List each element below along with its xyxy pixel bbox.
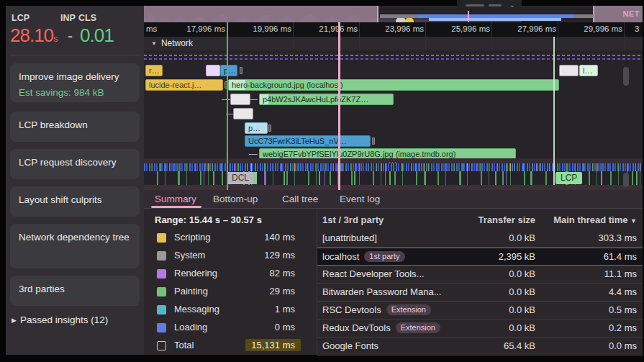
- details-tabbar: Summary Bottom-up Call tree Event log: [144, 190, 643, 209]
- dcl-marker-badge[interactable]: DCL: [227, 172, 257, 184]
- col-main-thread-time[interactable]: Main thread time ▼: [553, 214, 637, 225]
- network-request-bar[interactable]: [559, 65, 579, 76]
- painting-swatch-icon: [157, 287, 166, 297]
- network-track-title: Network: [161, 38, 193, 48]
- minimap-network-blue-light: [429, 18, 561, 21]
- tab-call-tree[interactable]: Call tree: [282, 194, 318, 204]
- network-request-bar[interactable]: lucide-react.j…: [145, 79, 223, 91]
- tab-summary[interactable]: Summary: [155, 194, 196, 204]
- marker-line-pink: [338, 22, 340, 190]
- table-row[interactable]: Bitwarden Password Mana... 0.0 kB 4.4 ms: [317, 284, 643, 302]
- ruler-tick-label: 19,996 ms: [230, 24, 291, 33]
- network-request-bar[interactable]: p…: [245, 122, 268, 134]
- performance-timeline: NET ms 17,996 ms 19,996 ms 21,996 ms 23,…: [144, 6, 643, 355]
- cpu-bump-yellow: [405, 17, 414, 22]
- scrollbar-thumb[interactable]: [623, 173, 629, 187]
- ruler-tick-label-clipped: 3: [635, 24, 639, 33]
- first-party-badge: 1st party: [364, 251, 404, 262]
- lcp-metric-label: LCP: [12, 13, 30, 23]
- network-request-bar[interactable]: webigE7FvbYPfSElYlu0ZP9rU8G.jpg (image.t…: [259, 148, 516, 158]
- network-request-bar[interactable]: [230, 94, 250, 105]
- rendering-swatch-icon: [157, 269, 166, 279]
- col-transfer-size[interactable]: Transfer size: [479, 214, 536, 225]
- tab-bottom-up[interactable]: Bottom-up: [213, 194, 258, 204]
- passed-insights-toggle[interactable]: ▶Passed insights (12): [12, 315, 108, 325]
- live-metrics-header: LCP INP CLS: [6, 13, 144, 24]
- time-ruler: ms 17,996 ms 19,996 ms 21,996 ms 23,996 …: [144, 22, 643, 37]
- request-whisker: [249, 154, 258, 155]
- legend-row-total: Total 15,131 ms: [144, 338, 317, 356]
- lcp-metric-value: 28.10s: [10, 24, 58, 47]
- network-request-bar[interactable]: [233, 108, 253, 119]
- scripting-swatch-icon: [157, 233, 166, 243]
- insight-layout-shift-culprits[interactable]: Layout shift culprits: [10, 186, 140, 217]
- total-value-highlight: 15,131 ms: [245, 339, 301, 351]
- col-party[interactable]: 1st / 3rd party: [322, 214, 384, 225]
- collapse-triangle-icon: ▼: [151, 40, 157, 47]
- table-header-row: 1st / 3rd party Transfer size Main threa…: [317, 212, 643, 227]
- devtools-performance-panel: LCP INP CLS 28.10s - 0.01 Improve image …: [0, 0, 644, 362]
- request-whisker: [222, 99, 230, 100]
- legend-row: Scripting 140 ms: [144, 230, 317, 248]
- insight-title: Network dependency tree: [19, 231, 131, 244]
- insights-sidebar: LCP INP CLS 28.10s - 0.01 Improve image …: [6, 6, 144, 355]
- ruler-tick-label: 27,996 ms: [494, 24, 556, 33]
- network-request-bar[interactable]: p…: [220, 65, 237, 76]
- selection-handle-left[interactable]: [377, 6, 378, 22]
- net-lane-label: NET: [623, 9, 640, 18]
- table-row-localhost[interactable]: localhost1st party 2,395 kB 61.4 ms: [317, 248, 643, 266]
- network-request-bar[interactable]: [206, 65, 220, 76]
- network-request-bar[interactable]: r…: [145, 65, 163, 76]
- table-row[interactable]: Google Fonts 65.4 kB 0.0 ms: [317, 338, 643, 356]
- inp-metric-label: INP: [60, 13, 76, 23]
- insight-lcp-breakdown[interactable]: LCP breakdown: [10, 112, 140, 142]
- ruler-tick-label: 17,996 ms: [163, 24, 225, 33]
- network-track-header[interactable]: ▼Network: [144, 37, 643, 50]
- table-row[interactable]: [unattributed] 0.0 kB 303.3 ms: [317, 230, 643, 248]
- insight-lcp-request-discovery[interactable]: LCP request discovery: [10, 149, 140, 179]
- track-resize-handle[interactable]: …: [144, 158, 643, 163]
- sidebar-divider: [10, 55, 140, 55]
- insight-title: Improve image delivery: [19, 71, 131, 83]
- chevron-down-icon: ⌄: [509, 0, 515, 9]
- network-request-bar[interactable]: hero-background.jpg (localhost): [228, 79, 559, 91]
- insight-title: Layout shift culprits: [19, 194, 131, 207]
- minimap-network-gray: [574, 14, 594, 18]
- lcp-marker-badge[interactable]: LCP: [555, 172, 582, 184]
- table-row[interactable]: Redux DevToolsExtension 0.0 kB 0.2 ms: [317, 320, 643, 338]
- insight-title: 3rd parties: [19, 283, 131, 296]
- system-swatch-icon: [157, 251, 166, 261]
- lane-footer-strip: [144, 185, 643, 190]
- insight-savings: Est savings: 984 kB: [19, 86, 131, 99]
- network-request-bar[interactable]: UcC73FwrK3iLTeHuS_nV…: [245, 135, 371, 147]
- extension-badge: Extension: [396, 322, 440, 333]
- tab-event-log[interactable]: Event log: [340, 194, 380, 204]
- request-tail: [268, 125, 271, 132]
- network-request-bar[interactable]: p4bW2sJKAwcHuLpfoZK7Z…: [259, 94, 394, 105]
- range-label: Range: 15.44 s – 30.57 s: [155, 214, 262, 225]
- marker-line-green: [227, 22, 228, 190]
- insight-title: LCP breakdown: [19, 119, 131, 132]
- table-row[interactable]: RSC DevtoolsExtension 0.0 kB 0.5 ms: [317, 302, 643, 320]
- scrollbar-thumb[interactable]: [623, 67, 629, 86]
- insight-3rd-parties[interactable]: 3rd parties: [10, 276, 140, 306]
- insight-network-dependency-tree[interactable]: Network dependency tree: [10, 224, 140, 268]
- table-row[interactable]: React Developer Tools... 0.0 kB 11.1 ms: [317, 266, 643, 284]
- total-swatch-icon: [157, 341, 166, 350]
- legend-row: Rendering 82 ms: [144, 266, 317, 284]
- insight-improve-image-delivery[interactable]: Improve image delivery Est savings: 984 …: [10, 63, 140, 102]
- dashed-budget-line: [144, 58, 643, 60]
- clipped-overlay-pill: ⌄: [457, 0, 522, 11]
- network-request-bar[interactable]: l…: [579, 65, 598, 76]
- third-party-table: 1st / 3rd party Transfer size Main threa…: [317, 209, 643, 355]
- minimap-dim-left: [144, 6, 378, 22]
- ruler-tick-label: 23,996 ms: [362, 24, 424, 33]
- illegible-text: [489, 4, 502, 6]
- main-thread-activity-strip[interactable]: [144, 163, 643, 171]
- request-whisker: [250, 99, 258, 100]
- timeline-minimap[interactable]: NET: [144, 6, 643, 22]
- minimap-network-gray: [380, 14, 417, 18]
- inp-metric-value: -: [68, 27, 73, 45]
- extension-badge: Extension: [386, 304, 431, 315]
- expand-arrow-icon: ▶: [12, 317, 17, 324]
